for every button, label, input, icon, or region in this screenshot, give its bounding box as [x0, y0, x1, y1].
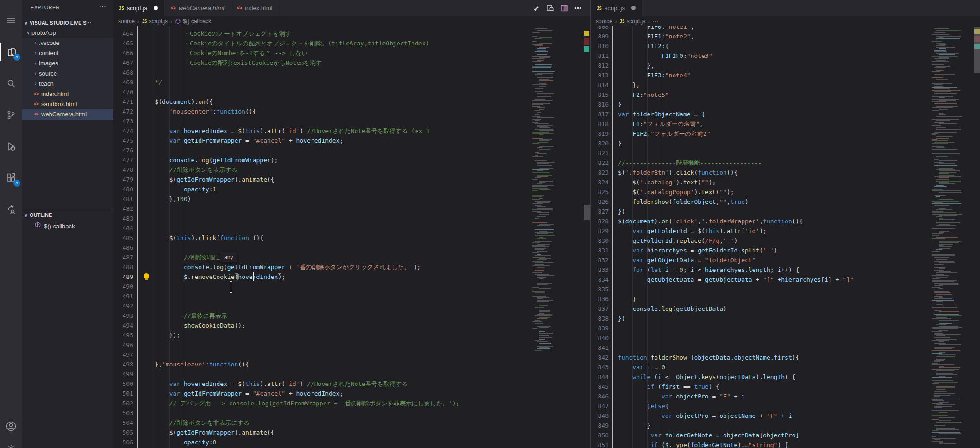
modified-dot-icon[interactable] — [631, 6, 636, 10]
code-line[interactable]: } — [618, 294, 636, 304]
code-line[interactable]: console.log(getIdFromWrapper + '番の削除ボタンが… — [140, 262, 421, 272]
code-line[interactable]: }, — [618, 80, 640, 90]
code-line[interactable]: getObjectData = getObjectData + "[" +hie… — [618, 275, 854, 284]
outline-item-callback[interactable]: $() callback — [22, 221, 113, 232]
tree-item-sandbox-html[interactable]: <>sandbox.html — [22, 99, 113, 109]
code-line[interactable]: $('.catalogPopup').text(""); — [618, 187, 734, 197]
code-line[interactable]: console.log(getObjectData) — [618, 304, 727, 314]
code-line[interactable]: */ — [140, 77, 162, 87]
breadcrumb-item[interactable]: source — [118, 18, 135, 25]
code-line[interactable]: ・Cookieのタイトルの配列とオブジェクトを削除。(titleAray,tit… — [140, 38, 429, 48]
code-line[interactable]: }else{ — [618, 401, 669, 411]
code-line[interactable]: var folderGetNote = objectData[objectPro… — [618, 430, 799, 440]
tree-item-source[interactable]: ›source — [22, 69, 113, 79]
section-divider[interactable] — [22, 208, 113, 208]
code-line[interactable]: $(this).click(function (){ — [140, 233, 263, 243]
code-line[interactable]: // デバッグ用 --> console.log(getIdFromWrappe… — [140, 398, 459, 408]
activity-run-debug-icon[interactable] — [0, 135, 22, 158]
tree-item-webCamera-html[interactable]: <>webCamera.html — [22, 109, 113, 120]
tab-script-js[interactable]: JSscript.js — [591, 0, 642, 16]
code-line[interactable]: ・Cookieのノートオブジェクトを消す — [140, 29, 291, 38]
activity-search-icon[interactable] — [0, 72, 22, 95]
code-line[interactable]: while (i < Object.keys(objectData).lengt… — [618, 372, 796, 382]
code-line[interactable]: }) — [618, 207, 625, 216]
code-line[interactable]: $.removeCookie(hoverdIndex); — [140, 272, 285, 282]
code-line[interactable]: }, — [618, 61, 654, 70]
code-line[interactable]: if (first == true) { — [618, 382, 719, 391]
code-line[interactable]: 'mouseenter':function(){ — [140, 107, 256, 116]
code-line[interactable]: F1F2:"フォルダーの名前2" — [618, 129, 710, 139]
code-line[interactable]: //--------------階層機能----------------- — [618, 158, 762, 168]
tree-item-teach[interactable]: ›teach — [22, 79, 113, 89]
code-editor-right[interactable]: 808 F1F0:"note1",809 F1F1:"note2",810 F1… — [591, 26, 980, 448]
explorer-more-actions-icon[interactable]: ··· — [99, 2, 106, 10]
code-line[interactable]: //削除ボタンを表示する — [140, 165, 237, 175]
code-line[interactable]: F1:"フォルダーの名前", — [618, 119, 703, 129]
minimap[interactable] — [932, 26, 965, 448]
breadcrumb-item[interactable]: $() callback — [175, 18, 211, 25]
activity-account-icon[interactable] — [0, 415, 22, 437]
lightbulb-icon[interactable] — [144, 273, 149, 279]
code-line[interactable]: ・Cookieの配列:existCookieからNote○を消す — [140, 58, 322, 68]
code-line[interactable]: },'mouseleave':function(){ — [140, 360, 249, 369]
tree-item-content[interactable]: ›content — [22, 48, 113, 58]
activity-live-share-icon[interactable] — [0, 198, 22, 221]
more-actions-icon[interactable] — [574, 4, 582, 13]
tree-item-index-html[interactable]: <>index.html — [22, 89, 113, 99]
modified-dot-icon[interactable] — [154, 6, 158, 10]
code-line[interactable]: F1F2F0:"note3" — [618, 51, 712, 61]
code-line[interactable]: } — [618, 421, 650, 430]
activity-settings-icon[interactable] — [0, 437, 22, 448]
scrollbar-slider[interactable] — [584, 205, 590, 220]
code-line[interactable]: $('.catalog').text(""); — [618, 177, 716, 187]
breadcrumb-item[interactable]: JSscript.js — [142, 18, 168, 25]
breadcrumb-item[interactable]: JSscript.js — [620, 18, 646, 25]
code-line[interactable]: function folderShow (objectData,objectNa… — [618, 353, 799, 362]
breadcrumb-item[interactable]: ··· — [653, 18, 658, 25]
activity-extensions-icon[interactable]: 1 — [0, 167, 22, 189]
code-line[interactable]: var getIdFromWrapper = "#cancel" + hover… — [140, 389, 343, 398]
code-line[interactable]: ・CookieのNumberを-1する？ --> しない — [140, 48, 308, 58]
pin-icon[interactable] — [532, 4, 540, 13]
split-editor-icon[interactable] — [560, 4, 568, 13]
code-line[interactable]: }) — [618, 314, 625, 323]
code-line[interactable]: getFolderId.replace(/F/g,'-') — [618, 236, 737, 246]
code-line[interactable]: F1F1:"note2", — [618, 32, 694, 41]
code-line[interactable]: F1F2:{ — [618, 41, 669, 51]
code-line[interactable]: F1F3:"note4" — [618, 70, 691, 80]
code-line[interactable]: F1F0:"note1", — [618, 26, 694, 32]
open-changes-icon[interactable] — [546, 4, 554, 13]
code-line[interactable]: $(document).on({ — [140, 97, 213, 107]
activity-source-control-icon[interactable] — [0, 104, 22, 126]
activity-explorer-icon[interactable]: 1 — [0, 41, 22, 63]
minimap[interactable] — [532, 26, 557, 448]
tab-webCamera-html[interactable]: <>webCamera.html — [164, 0, 230, 16]
code-line[interactable]: var folderObjectName = { — [618, 109, 705, 119]
code-line[interactable]: console.log(getIdFromWrapper); — [140, 155, 278, 165]
tab-script-js[interactable]: JSscript.js — [113, 0, 164, 16]
code-line[interactable]: var getFolderId = $(this).attr('id'); — [618, 226, 767, 236]
code-line[interactable]: var i = 0 — [618, 362, 665, 372]
code-line[interactable]: opacity:0 — [140, 437, 216, 447]
code-line[interactable]: var hoveredIndex = $(this).attr('id') //… — [140, 126, 430, 136]
code-line[interactable]: //削除ボタンを非表示にする — [140, 418, 250, 428]
breadcrumb-item[interactable]: source — [596, 18, 612, 25]
code-line[interactable]: var getIdFromWrapper = "#cancel" + hover… — [140, 136, 343, 145]
sidebar-section-outline[interactable]: ∨OUTLINE — [22, 210, 113, 220]
scrollbar-slider[interactable] — [974, 27, 980, 73]
tree-item-images[interactable]: ›images — [22, 58, 113, 69]
code-line[interactable]: folderShow(folderObject,"",true) — [618, 197, 749, 207]
activity-menu-icon[interactable] — [0, 9, 22, 32]
tree-item-protoApp[interactable]: ∨protoApp — [22, 28, 113, 38]
sidebar-section-workspace[interactable]: ∨VISUAL STUDIO LIVE S··· — [22, 18, 113, 28]
code-line[interactable]: if ($.type(folderGetNote)=="string") { — [618, 440, 788, 448]
code-line[interactable]: } — [618, 100, 622, 109]
code-line[interactable]: showCookieData(); — [140, 321, 245, 330]
code-line[interactable]: var hierarchyes = getFolderId.split('-') — [618, 246, 777, 255]
code-line[interactable]: } — [618, 139, 622, 148]
code-line[interactable]: $(getIdFromWrapper).animate({ — [140, 175, 275, 184]
code-line[interactable]: for (let i = 0; i < hierarchyes.length; … — [618, 265, 799, 275]
code-line[interactable]: F2:"note5" — [618, 90, 669, 100]
code-line[interactable]: opacity:1 — [140, 184, 216, 194]
code-line[interactable]: },100) — [140, 194, 191, 204]
